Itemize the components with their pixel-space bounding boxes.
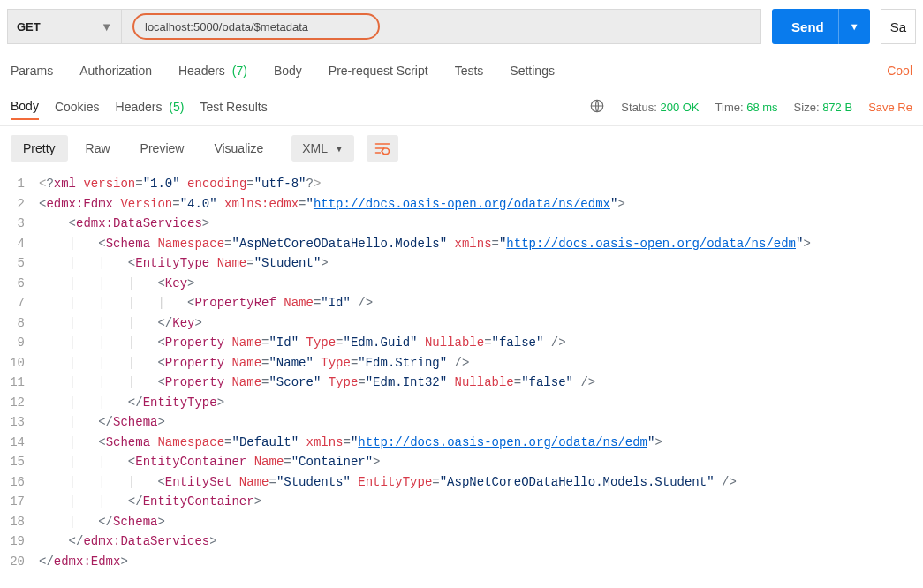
line-number: 14 (0, 433, 34, 453)
code-line: | | | <Key> (34, 274, 194, 294)
line-number: 16 (0, 472, 34, 493)
code-line: <edmx:Edmx Version="4.0" xmlns:edmx="htt… (34, 194, 625, 215)
tab-headers[interactable]: Headers (7) (178, 64, 247, 78)
chevron-down-icon: ▼ (335, 144, 344, 154)
line-number: 19 (0, 531, 34, 552)
code-line: | | </EntityContainer> (34, 492, 261, 512)
line-number: 7 (0, 293, 34, 313)
code-line: </edmx:Edmx> (34, 552, 128, 572)
save-response-button[interactable]: Save Re (868, 101, 912, 114)
code-line: | | </EntityType> (34, 393, 224, 413)
code-line: | | | </Key> (34, 313, 202, 334)
viewtab-pretty[interactable]: Pretty (11, 135, 68, 162)
code-line: <edmx:DataServices> (34, 214, 209, 234)
code-line: | | | | <PropertyRef Name="Id" /> (34, 293, 373, 313)
format-select[interactable]: XML ▼ (291, 135, 354, 162)
time-value: 68 ms (746, 101, 777, 114)
code-line: </edmx:DataServices> (34, 531, 217, 552)
line-number: 9 (0, 333, 34, 353)
line-number: 6 (0, 274, 34, 294)
globe-icon[interactable] (589, 98, 605, 117)
code-line: | <Schema Namespace="Default" xmlns="htt… (34, 433, 662, 453)
code-line: | | <EntityContainer Name="Container"> (34, 452, 381, 472)
code-line: | </Schema> (34, 512, 165, 532)
line-number: 12 (0, 393, 34, 413)
code-line: | </Schema> (34, 412, 165, 433)
chevron-down-icon: ▼ (850, 21, 859, 32)
tab-prerequest[interactable]: Pre-request Script (329, 64, 428, 78)
http-method-value: GET (17, 20, 41, 34)
status-value: 200 OK (660, 101, 699, 114)
viewtab-preview[interactable]: Preview (128, 135, 197, 162)
url-input-wrap (122, 9, 761, 44)
line-number: 17 (0, 492, 34, 512)
line-number: 18 (0, 512, 34, 532)
http-method-select[interactable]: GET ▼ (7, 9, 122, 44)
line-number: 13 (0, 412, 34, 433)
code-line: <?xml version="1.0" encoding="utf-8"?> (34, 174, 321, 194)
save-button[interactable]: Sa (881, 9, 916, 44)
line-number: 20 (0, 552, 34, 572)
line-number: 1 (0, 174, 34, 194)
send-button[interactable]: Send ▼ (772, 9, 870, 44)
code-line: | | | <EntitySet Name="Students" EntityT… (34, 472, 737, 493)
response-body[interactable]: 1<?xml version="1.0" encoding="utf-8"?> … (0, 170, 923, 588)
line-number: 4 (0, 234, 34, 254)
tab-headers-count: (7) (232, 64, 247, 78)
url-input[interactable] (132, 13, 380, 40)
time-block: Time: 68 ms (715, 101, 778, 114)
cookies-link[interactable]: Cool (887, 64, 912, 78)
send-button-label: Send (791, 19, 824, 34)
code-line: | <Schema Namespace="AspNetCoreODataHell… (34, 234, 811, 254)
res-tab-cookies[interactable]: Cookies (55, 94, 100, 119)
code-line: | | | <Property Name="Score" Type="Edm.I… (34, 373, 595, 393)
res-tab-headers[interactable]: Headers (5) (116, 94, 185, 119)
line-number: 15 (0, 452, 34, 472)
line-number: 3 (0, 214, 34, 234)
code-line: | | <EntityType Name="Student"> (34, 253, 329, 274)
send-dropdown[interactable]: ▼ (838, 9, 870, 44)
line-number: 11 (0, 373, 34, 393)
size-block: Size: 872 B (794, 101, 853, 114)
code-line: | | | <Property Name="Name" Type="Edm.St… (34, 353, 469, 373)
size-value: 872 B (822, 101, 852, 114)
line-number: 5 (0, 253, 34, 274)
viewtab-visualize[interactable]: Visualize (201, 135, 276, 162)
save-button-label: Sa (890, 19, 906, 34)
line-number: 2 (0, 194, 34, 215)
code-line: | | | <Property Name="Id" Type="Edm.Guid… (34, 333, 566, 353)
wrap-lines-icon[interactable] (367, 135, 398, 162)
status-block: Status: 200 OK (621, 101, 699, 114)
tab-authorization[interactable]: Authorization (79, 64, 152, 78)
chevron-down-icon: ▼ (101, 20, 112, 34)
tab-body[interactable]: Body (274, 64, 302, 78)
res-tab-body[interactable]: Body (11, 94, 39, 120)
viewtab-raw[interactable]: Raw (73, 135, 123, 162)
format-value: XML (302, 141, 328, 155)
tab-params[interactable]: Params (11, 64, 53, 78)
line-number: 10 (0, 353, 34, 373)
res-tab-testresults[interactable]: Test Results (200, 94, 267, 119)
res-tab-headers-count: (5) (169, 100, 184, 114)
line-number: 8 (0, 313, 34, 334)
tab-settings[interactable]: Settings (510, 64, 555, 78)
tab-tests[interactable]: Tests (455, 64, 484, 78)
